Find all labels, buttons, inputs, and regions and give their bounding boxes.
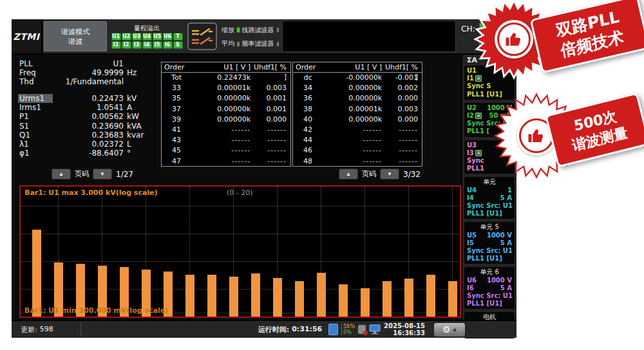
toggle-label: 平均: [222, 39, 234, 48]
cell-order: 38: [293, 104, 323, 115]
col-u1: U1 [ V ]: [191, 62, 251, 72]
thumbs-up-icon: [504, 30, 524, 49]
harmonic-bar-order-10: [229, 277, 238, 317]
measurement-unit: A: [124, 103, 149, 112]
cell-order: 39: [162, 115, 191, 125]
update-value: 598: [40, 325, 53, 335]
element-status-line: PLL1 [U1]: [467, 255, 512, 262]
cell-u1: 0.00000k: [191, 115, 251, 125]
toggle-indicator[interactable]: [236, 41, 240, 47]
cell-uhdf1: ------: [251, 156, 290, 167]
cell-order: 35: [162, 93, 191, 104]
status-line-label: PLL1 [U1]: [467, 210, 502, 217]
left-pager: ▲ 页码 ▼ 1/27: [52, 169, 133, 180]
measurement-value: 0.02372: [53, 140, 124, 149]
page-up-button[interactable]: ▲: [339, 169, 358, 180]
toggle-indicator[interactable]: [276, 41, 280, 47]
status-line-value: 5 A: [500, 239, 512, 247]
harmonic-bar-order-14: [317, 273, 326, 317]
page-label: 页码: [362, 169, 376, 179]
harmonic-bar-order-11: [251, 273, 260, 317]
cell-u1: ------: [323, 135, 382, 145]
overrange-chip-u5: U5: [153, 33, 162, 41]
cell-order: 41: [162, 125, 191, 135]
measure-rows: Urms10.22473kVIrms11.0541AP10.00562kWS10…: [19, 94, 160, 158]
settings-menu-button[interactable]: ⚙ ▲: [433, 322, 466, 337]
status-line-label: I2A: [467, 112, 482, 120]
right-pager: ▲ 页码 ▼ 3/32: [339, 169, 421, 180]
overrange-row-voltage: U1U2U3U4U5U6T: [111, 33, 183, 41]
cell-order: 48: [293, 156, 323, 167]
measurement-value: U1: [53, 59, 124, 68]
gear-icon: ⚙: [442, 325, 451, 334]
table-row: 330.00001k0.003: [162, 83, 290, 93]
table-row: 340.00000k0.002: [293, 83, 422, 93]
status-bar: 更新: 598 运行时间: 0:31:56 56% 0% 2025-08-15 …: [12, 320, 516, 338]
runtime-value: 0:31:56: [292, 325, 322, 335]
table-header-row: OrderU1 [ V ]Uhdf1[ % ]: [293, 62, 422, 73]
status-line-label: Sync: [467, 157, 484, 165]
message-display: [282, 21, 456, 52]
table-row: 360.00000k0.000: [293, 93, 422, 104]
cell-u1: 0.00000k: [323, 93, 382, 104]
cell-u1: ------: [191, 145, 251, 156]
gridline-horizontal: [21, 206, 460, 207]
element-block-5: 单元 5U51000 VI55 ASync Src: U1PLL1 [U1]: [464, 222, 515, 264]
status-line-value: 5 A: [500, 194, 512, 202]
measurement-label: S1: [19, 122, 53, 131]
usage-percentages: 56% 0%: [341, 324, 355, 335]
status-line-label: PLL1 [U1]: [467, 300, 502, 308]
cell-uhdf1: 0.000: [382, 115, 422, 125]
cell-uhdf1: 0.003: [251, 83, 290, 93]
harmonic-bar-order-17: [383, 281, 392, 317]
measurement-label: Q1: [19, 131, 53, 140]
toggle-indicator[interactable]: [276, 27, 280, 33]
status-line-label: PLL1 [U1]: [467, 255, 502, 262]
cell-u1: 0.22473k: [191, 73, 251, 83]
measurement-value: 1.0541: [53, 103, 124, 112]
cell-uhdf1: ------: [382, 125, 422, 135]
overrange-chip-i4: I4: [142, 41, 152, 49]
page-down-button[interactable]: ▼: [380, 169, 399, 180]
cell-uhdf1: ------: [382, 145, 422, 156]
cell-uhdf1: 0.000: [251, 115, 290, 125]
cell-uhdf1: ------: [251, 145, 290, 156]
status-line-label: I4: [467, 194, 474, 202]
overrange-chip-i5: I5: [153, 41, 162, 49]
harmonic-bar-order-13: [295, 281, 304, 317]
overrange-chip-i2: I2: [122, 41, 131, 49]
harmonic-mode-button[interactable]: 谐波模式 谐波: [44, 21, 107, 51]
cell-u1: 0.00001k: [191, 83, 251, 93]
gridline-horizontal: [21, 234, 460, 234]
status-line-label: U2: [467, 104, 477, 112]
page-up-button[interactable]: ▲: [52, 169, 71, 180]
caret-up-icon: ▲: [453, 325, 457, 334]
toggle-label: 频率滤波器: [242, 39, 274, 48]
measurement-label: P1: [19, 112, 53, 121]
wiring-diagram-button[interactable]: [187, 23, 217, 50]
cell-u1: 0.00001k: [323, 104, 382, 115]
element-status-line: Sync Src: U1: [467, 202, 512, 210]
page-down-button[interactable]: ▼: [93, 169, 112, 180]
cell-u1: -0.00000k: [323, 73, 382, 83]
table-row: 44------------: [293, 135, 422, 145]
toggle-indicator[interactable]: [236, 27, 240, 33]
cell-u1: 0.00000k: [191, 93, 251, 104]
battery-percent: 56%: [343, 324, 355, 329]
harmonic-bar-order-19: [426, 275, 435, 317]
range-mode-badge: A: [475, 113, 482, 119]
status-line-label: PLL1 [: [467, 127, 489, 135]
harmonic-bar-order-16: [361, 288, 370, 317]
cell-u1: ------: [191, 156, 251, 167]
overrange-chip-i1: I1: [111, 41, 121, 49]
cell-uhdf1: 0.001: [251, 93, 290, 104]
status-line-label: Sync S: [467, 82, 491, 90]
element-block-4: 单元U41I45 ASync Src: U1PLL1 [U1]: [464, 177, 515, 219]
harmonic-bar-order-9: [207, 275, 216, 317]
status-icons: 56% 0% 2025-08-15 16:36:33 ⚙ ▲: [328, 322, 516, 337]
element-status-line: I55 A: [467, 239, 512, 247]
cell-order: 36: [293, 93, 323, 104]
cell-order: 45: [162, 145, 191, 156]
cell-u1: 0.00000k: [323, 83, 382, 93]
toggle-group: 缩放线路滤波器平均频率滤波器: [219, 19, 281, 53]
